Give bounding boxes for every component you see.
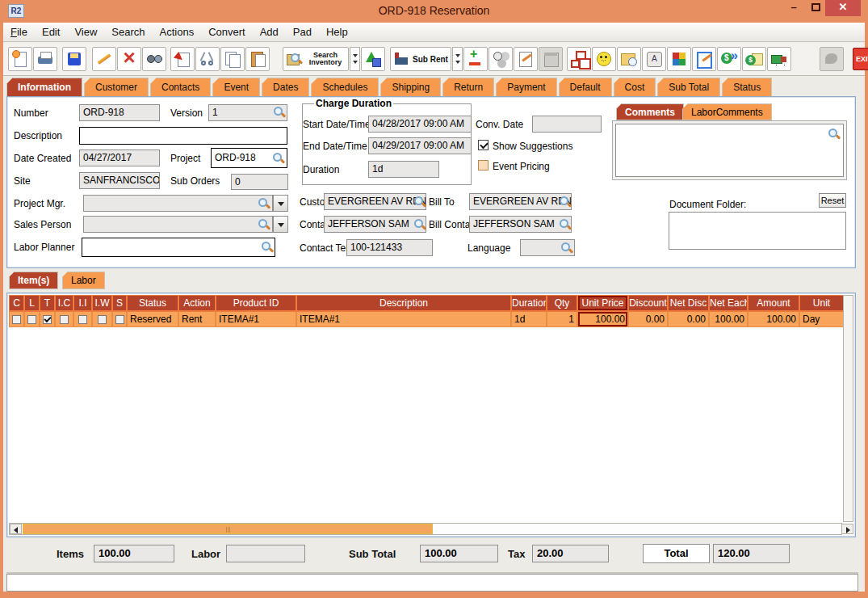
menu-add[interactable]: Add bbox=[253, 23, 286, 38]
product-shapes-button[interactable] bbox=[361, 47, 385, 71]
cell-description[interactable]: ITEMA#1 bbox=[297, 312, 510, 326]
edit-button[interactable] bbox=[92, 47, 116, 71]
project-mgr-search-icon[interactable] bbox=[258, 197, 270, 209]
contact-search-icon[interactable] bbox=[413, 218, 426, 230]
col-net-each[interactable]: Net Each bbox=[710, 296, 747, 310]
tab-event[interactable]: Event bbox=[212, 78, 260, 96]
group-button[interactable] bbox=[489, 47, 513, 71]
menu-pad[interactable]: Pad bbox=[286, 23, 319, 38]
scroll-right-arrow[interactable] bbox=[841, 524, 853, 534]
exit-button[interactable]: EXIT bbox=[853, 48, 868, 70]
cell-unit[interactable]: Day bbox=[800, 312, 843, 326]
col-ii[interactable]: I.I bbox=[74, 296, 91, 310]
search-inventory-dropdown[interactable] bbox=[350, 47, 360, 71]
sales-person-dropdown[interactable] bbox=[273, 216, 288, 233]
row-checkbox-t[interactable] bbox=[43, 315, 52, 324]
tab-information[interactable]: Information bbox=[6, 78, 82, 96]
contact-field[interactable]: JEFFERSON SAM bbox=[324, 216, 426, 233]
billing-notes-button[interactable] bbox=[742, 47, 766, 71]
table-row[interactable]: Reserved Rent ITEMA#1 ITEMA#1 1d 1 100.0… bbox=[9, 312, 845, 327]
history-button[interactable] bbox=[617, 47, 641, 71]
cell-iw[interactable] bbox=[93, 312, 111, 326]
transfer-button[interactable] bbox=[170, 47, 195, 71]
vertical-scrollbar[interactable] bbox=[843, 295, 853, 522]
menu-file[interactable]: File bbox=[3, 23, 35, 38]
bill-contact-search-icon[interactable] bbox=[559, 218, 571, 230]
menu-edit[interactable]: Edit bbox=[35, 23, 67, 38]
cut-button[interactable] bbox=[195, 47, 220, 71]
labor-planner-field[interactable] bbox=[82, 238, 275, 257]
menu-search[interactable]: Search bbox=[104, 23, 152, 38]
cell-duration[interactable]: 1d bbox=[512, 312, 546, 326]
tab-default[interactable]: Default bbox=[559, 78, 612, 96]
contact-tel-field[interactable]: 100-121433 bbox=[346, 239, 433, 256]
col-qty[interactable]: Qty bbox=[547, 296, 577, 310]
copy-button[interactable] bbox=[220, 47, 245, 71]
col-s[interactable]: S bbox=[113, 296, 126, 310]
document-folder-box[interactable] bbox=[669, 212, 846, 250]
cell-l[interactable] bbox=[25, 312, 39, 326]
title-bar[interactable]: R2 ORD-918 Reservation – ✕ bbox=[0, 0, 868, 23]
col-status[interactable]: Status bbox=[128, 296, 178, 310]
bill-to-search-icon[interactable] bbox=[559, 196, 571, 208]
menu-help[interactable]: Help bbox=[319, 23, 355, 38]
col-amount[interactable]: Amount bbox=[748, 296, 799, 310]
cell-action[interactable]: Rent bbox=[179, 312, 215, 326]
row-checkbox-ic[interactable] bbox=[60, 315, 69, 324]
row-checkbox-s[interactable] bbox=[115, 315, 124, 324]
tab-items[interactable]: Item(s) bbox=[9, 272, 58, 289]
show-suggestions-checkbox[interactable] bbox=[478, 140, 489, 150]
tab-comments[interactable]: Comments bbox=[616, 103, 684, 120]
comments-search-icon[interactable] bbox=[828, 128, 840, 140]
notes-button[interactable] bbox=[514, 47, 538, 71]
cell-ic[interactable] bbox=[56, 312, 73, 326]
cell-t[interactable] bbox=[40, 312, 54, 326]
cell-qty[interactable]: 1 bbox=[547, 312, 577, 326]
end-datetime-field[interactable]: 04/29/2017 09:00 AM bbox=[368, 137, 472, 154]
cell-net-each[interactable]: 100.00 bbox=[710, 312, 747, 326]
sub-rent-button[interactable]: Sub Rent bbox=[390, 47, 451, 71]
scroll-left-arrow[interactable] bbox=[10, 524, 22, 534]
bill-to-field[interactable]: EVERGREEN AV RENTALS bbox=[469, 193, 572, 210]
tab-customer[interactable]: Customer bbox=[84, 78, 149, 96]
row-checkbox-ii[interactable] bbox=[78, 315, 87, 324]
row-checkbox-l[interactable] bbox=[27, 315, 36, 324]
tab-cost[interactable]: Cost bbox=[614, 78, 656, 96]
tab-return[interactable]: Return bbox=[442, 78, 494, 96]
delete-button[interactable] bbox=[117, 47, 141, 71]
sales-person-field[interactable] bbox=[83, 216, 273, 233]
cell-status[interactable]: Reserved bbox=[128, 312, 178, 326]
duration-field[interactable]: 1d bbox=[368, 161, 439, 178]
cell-s[interactable] bbox=[113, 312, 126, 326]
shipping-button[interactable] bbox=[767, 47, 791, 71]
search-inventory-button[interactable]: Search Inventory bbox=[283, 47, 349, 71]
row-checkbox-iw[interactable] bbox=[98, 315, 107, 324]
tab-labor-comments[interactable]: LaborComments bbox=[682, 103, 772, 120]
add-remove-button[interactable] bbox=[463, 47, 488, 71]
col-product-id[interactable]: Product ID bbox=[216, 296, 296, 310]
cell-net-disc[interactable]: 0.00 bbox=[669, 312, 708, 326]
menu-view[interactable]: View bbox=[67, 23, 104, 38]
labor-planner-search-icon[interactable] bbox=[261, 241, 273, 253]
project-mgr-field[interactable] bbox=[83, 195, 273, 212]
col-unit[interactable]: Unit bbox=[800, 296, 843, 310]
maximize-button[interactable] bbox=[807, 0, 824, 16]
menu-actions[interactable]: Actions bbox=[153, 23, 202, 38]
tab-payment[interactable]: Payment bbox=[496, 78, 556, 96]
cell-c[interactable] bbox=[10, 312, 23, 326]
tab-subtotal[interactable]: Sub Total bbox=[657, 78, 720, 96]
col-iw[interactable]: I.W bbox=[93, 296, 111, 310]
horizontal-scrollbar[interactable] bbox=[9, 523, 842, 535]
inventory-cubes-button[interactable] bbox=[667, 47, 691, 71]
bill-contact-field[interactable]: JEFFERSON SAM bbox=[469, 216, 572, 233]
sales-person-search-icon[interactable] bbox=[258, 218, 270, 230]
col-t[interactable]: T bbox=[40, 296, 54, 310]
close-button[interactable]: ✕ bbox=[825, 0, 861, 16]
cell-product-id[interactable]: ITEMA#1 bbox=[216, 312, 296, 326]
row-checkbox-c[interactable] bbox=[12, 315, 21, 324]
sub-rent-dropdown[interactable] bbox=[452, 47, 463, 71]
cell-ii[interactable] bbox=[74, 312, 91, 326]
reset-button[interactable]: Reset bbox=[819, 193, 846, 208]
col-c[interactable]: C bbox=[10, 296, 23, 310]
tab-contacts[interactable]: Contacts bbox=[150, 78, 211, 96]
